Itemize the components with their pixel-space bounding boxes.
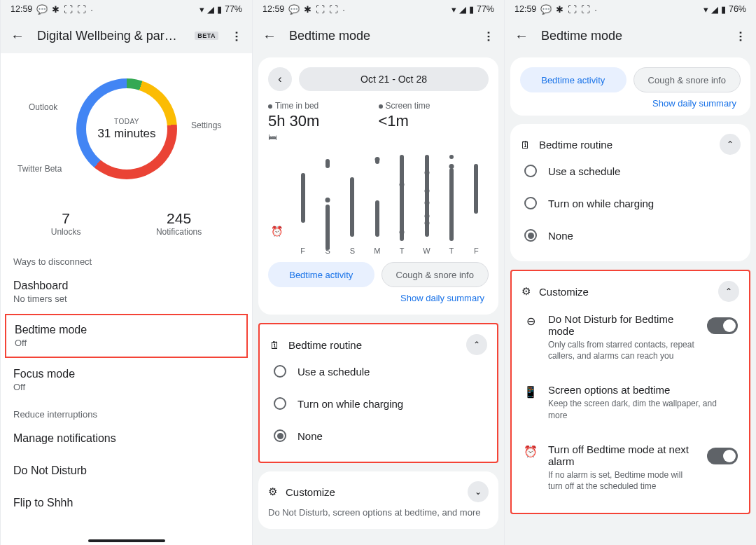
row-dnd-bedtime[interactable]: ⊖ Do Not Disturb for Bedtime mode Only c… <box>522 302 739 373</box>
screen-time-value: <1m <box>379 112 409 130</box>
radio-use-schedule[interactable]: Use a schedule <box>520 155 741 187</box>
page-title: Digital Wellbeing & pare… <box>37 29 182 43</box>
stat-notifications[interactable]: 245 Notifications <box>156 210 202 237</box>
page-title: Bedtime mode <box>289 29 470 43</box>
app-bar: ← Digital Wellbeing & pare… BETA ⋯ <box>1 18 252 53</box>
donut-label-outlook: Outlook <box>29 102 57 112</box>
stat-unlocks[interactable]: 7 Unlocks <box>51 210 81 237</box>
radio-icon <box>274 365 286 378</box>
app-icon: ⛶ <box>568 5 577 14</box>
radio-while-charging[interactable]: Turn on while charging <box>270 387 487 420</box>
tab-bedtime-activity[interactable]: Bedtime activity <box>268 262 374 287</box>
chevron-up-icon[interactable]: ⌃ <box>718 281 739 302</box>
customize-card[interactable]: ⚙ Customize ⌄ Do Not Disturb, screen opt… <box>258 471 498 529</box>
radio-icon <box>524 229 537 242</box>
app-icon: ⛶ <box>77 5 86 14</box>
tab-cough-snore[interactable]: Cough & snore info <box>634 67 741 92</box>
radio-icon <box>274 397 286 410</box>
bedtime-routine-card: 🗓 Bedtime routine ⌃ Use a schedule Turn … <box>510 124 750 261</box>
dnd-icon: ⊖ <box>523 313 538 328</box>
toggle-dnd[interactable] <box>707 317 738 334</box>
overflow-icon[interactable]: ⋯ <box>230 30 244 41</box>
radio-none[interactable]: None <box>270 420 487 452</box>
status-bar: 12:59 💬 ✱ ⛶ ⛶ · ▾ ◢ ▮ 77% <box>253 0 504 18</box>
app-icon: ⛶ <box>64 5 73 14</box>
chevron-down-icon[interactable]: ⌄ <box>468 481 489 502</box>
content: TODAY 31 minutes Outlook Settings Twitte… <box>1 53 252 545</box>
row-turn-off-next-alarm[interactable]: ⏰ Turn off Bedtime mode at next alarm If… <box>522 432 739 503</box>
back-icon[interactable]: ← <box>10 28 24 44</box>
alarm-icon: ⏰ <box>271 226 283 237</box>
row-dnd[interactable]: Do Not Disturb <box>1 455 252 487</box>
wifi-icon: ▾ <box>451 5 456 14</box>
section-ways: Ways to disconnect <box>1 249 252 270</box>
more-icon: · <box>90 5 93 14</box>
screenshot-digital-wellbeing: 12:59 💬 ✱ ⛶ ⛶ · ▾ ◢ ▮ 77% ← Digital Well… <box>0 0 252 545</box>
radio-while-charging[interactable]: Turn on while charging <box>520 187 741 219</box>
slack-icon: ✱ <box>556 5 564 14</box>
tab-bedtime-activity[interactable]: Bedtime activity <box>520 67 626 92</box>
more-icon: · <box>594 5 597 14</box>
radio-none[interactable]: None <box>520 219 741 251</box>
status-bar: 12:59 💬 ✱ ⛶ ⛶ · ▾ ◢ ▮ 76% <box>505 0 756 18</box>
battery-icon: ▮ <box>217 5 222 14</box>
calendar-icon: 🗓 <box>270 339 280 351</box>
battery-pct: 77% <box>477 4 494 14</box>
back-icon[interactable]: ← <box>262 28 276 44</box>
bedtime-chart: ⏰ FSSMTWTF <box>268 150 489 255</box>
page-title: Bedtime mode <box>541 29 722 43</box>
chevron-up-icon[interactable]: ⌃ <box>466 334 487 355</box>
row-bedtime-mode[interactable]: Bedtime mode Off <box>5 314 248 358</box>
radio-use-schedule[interactable]: Use a schedule <box>270 355 487 387</box>
alarm-icon: ⏰ <box>523 443 538 458</box>
gear-icon: ⚙ <box>268 485 277 498</box>
wifi-icon: ▾ <box>200 5 204 14</box>
activity-card-partial: Bedtime activity Cough & snore info Show… <box>510 57 750 116</box>
nav-pill[interactable] <box>88 539 165 542</box>
radio-icon <box>524 197 537 209</box>
donut-label-twitter: Twitter Beta <box>18 164 62 174</box>
messenger-icon: 💬 <box>36 5 48 14</box>
status-time: 12:59 <box>262 4 284 14</box>
tab-cough-snore[interactable]: Cough & snore info <box>382 262 489 287</box>
battery-icon: ▮ <box>721 5 726 14</box>
signal-icon: ◢ <box>711 5 718 14</box>
toggle-next-alarm[interactable] <box>707 448 738 464</box>
slack-icon: ✱ <box>304 5 312 14</box>
row-focus-mode[interactable]: Focus mode Off <box>1 358 252 402</box>
phone-icon: 📱 <box>523 384 538 399</box>
beta-badge: BETA <box>195 32 218 40</box>
back-icon[interactable]: ← <box>514 28 528 44</box>
screenshot-bedtime-mode-1: 12:59 💬 ✱ ⛶ ⛶ · ▾ ◢ ▮ 77% ← Bedtime mode… <box>252 0 504 545</box>
show-daily-summary[interactable]: Show daily summary <box>268 287 489 305</box>
screen-time-dot <box>379 104 383 109</box>
messenger-icon: 💬 <box>540 5 552 14</box>
battery-icon: ▮ <box>469 5 474 14</box>
overflow-icon[interactable]: ⋯ <box>482 30 496 41</box>
prev-week-button[interactable]: ‹ <box>268 67 292 91</box>
radio-icon <box>274 429 286 442</box>
customize-title: Customize <box>539 286 589 298</box>
calendar-icon: 🗓 <box>520 139 531 151</box>
row-flip-to-shhh[interactable]: Flip to Shhh <box>1 487 252 519</box>
screenshot-bedtime-mode-2: 12:59 💬 ✱ ⛶ ⛶ · ▾ ◢ ▮ 76% ← Bedtime mode… <box>504 0 756 545</box>
bedtime-routine-card: 🗓 Bedtime routine ⌃ Use a schedule Turn … <box>258 323 498 463</box>
show-daily-summary[interactable]: Show daily summary <box>520 92 741 110</box>
wifi-icon: ▾ <box>704 5 708 14</box>
row-screen-options[interactable]: 📱 Screen options at bedtime Keep the scr… <box>522 373 739 432</box>
battery-pct: 77% <box>225 4 242 14</box>
chevron-up-icon[interactable]: ⌃ <box>720 134 741 155</box>
overflow-icon[interactable]: ⋯ <box>734 30 748 41</box>
usage-donut[interactable]: TODAY 31 minutes Outlook Settings Twitte… <box>1 66 252 199</box>
app-icon: ⛶ <box>581 5 590 14</box>
section-reduce: Reduce interruptions <box>1 402 252 422</box>
status-time: 12:59 <box>10 4 32 14</box>
row-dashboard[interactable]: Dashboard No timers set <box>1 270 252 314</box>
row-manage-notifications[interactable]: Manage notifications <box>1 422 252 455</box>
date-range[interactable]: Oct 21 - Oct 28 <box>299 67 489 91</box>
messenger-icon: 💬 <box>288 5 300 14</box>
status-bar: 12:59 💬 ✱ ⛶ ⛶ · ▾ ◢ ▮ 77% <box>1 0 252 18</box>
app-bar: ← Bedtime mode ⋯ <box>505 18 756 53</box>
status-time: 12:59 <box>514 4 536 14</box>
more-icon: · <box>342 5 345 14</box>
